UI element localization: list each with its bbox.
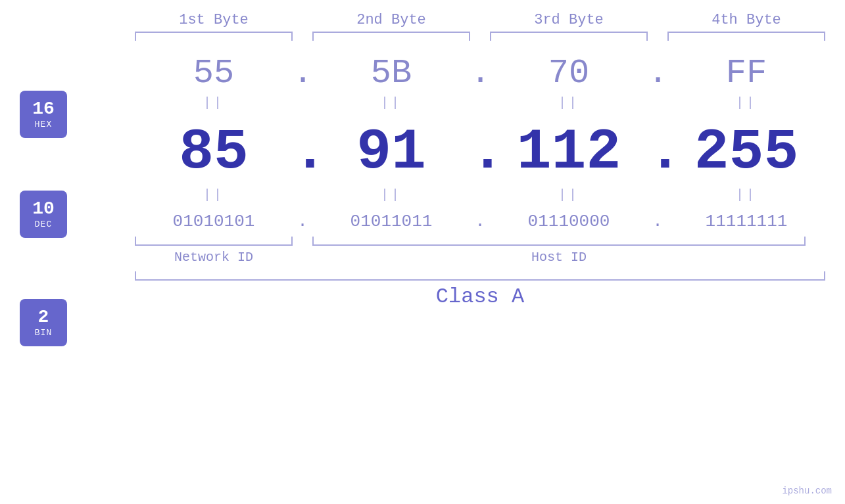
hex-dot-2: . [470,54,490,93]
hex-dot-3: . [648,54,667,93]
byte4-header: 4th Byte [667,12,825,28]
bracket-top-1 [135,32,293,41]
class-bracket-row [0,271,845,281]
bracket-bot-network [135,237,293,246]
hex-val-1: 55 [135,54,293,93]
bin-val-4: 11111111 [667,212,825,231]
bin-dot-3: . [648,212,667,231]
eq-2a: || [135,187,293,202]
byte3-header: 3rd Byte [490,12,648,28]
bracket-top-3 [490,32,648,41]
equals-row-2: || || || || [0,187,845,202]
badge-hex: 16 HEX [20,91,67,138]
dec-val-2: 91 [312,120,470,185]
page-container: 1st Byte 2nd Byte 3rd Byte 4th Byte 16 H… [0,0,845,504]
bin-val-3: 01110000 [490,212,648,231]
hex-row: 55 . 5B . 70 . FF [0,54,845,93]
dec-dot-3: . [648,120,667,185]
eq-1a: || [135,95,293,110]
eq-1d: || [667,95,825,110]
dec-val-4: 255 [667,120,825,185]
bin-dot-1: . [293,212,312,231]
bin-val-1: 01010101 [135,212,293,231]
hex-val-3: 70 [490,54,648,93]
bottom-brackets [0,237,845,246]
class-label: Class A [135,285,825,309]
bin-val-2: 01011011 [312,212,470,231]
bin-dot-2: . [470,212,490,231]
eq-2c: || [490,187,648,202]
eq-1c: || [490,95,648,110]
dec-val-1: 85 [135,120,293,185]
watermark: ipshu.com [782,486,832,496]
host-id-label: Host ID [312,250,806,265]
eq-1b: || [312,95,470,110]
network-id-label: Network ID [135,250,293,265]
byte-headers-row: 1st Byte 2nd Byte 3rd Byte 4th Byte [0,0,845,28]
class-label-row: Class A [0,285,845,309]
id-labels-row: Network ID Host ID [0,250,845,265]
top-brackets [0,32,845,41]
eq-2d: || [667,187,825,202]
byte2-header: 2nd Byte [312,12,470,28]
dec-row: 85 . 91 . 112 . 255 [0,120,845,185]
eq-2b: || [312,187,470,202]
bin-row: 01010101 . 01011011 . 01110000 . 1111111… [0,212,845,231]
hex-dot-1: . [293,54,312,93]
bracket-top-4 [667,32,825,41]
equals-row-1: || || || || [0,95,845,110]
dec-val-3: 112 [490,120,648,185]
byte1-header: 1st Byte [135,12,293,28]
hex-val-4: FF [667,54,825,93]
class-bracket [135,271,825,281]
bracket-top-2 [312,32,470,41]
badge-bin: 2 BIN [20,299,67,346]
hex-val-2: 5B [312,54,470,93]
badge-dec: 10 DEC [20,191,67,238]
dec-dot-1: . [293,120,312,185]
dec-dot-2: . [470,120,490,185]
bracket-bot-host [312,237,806,246]
